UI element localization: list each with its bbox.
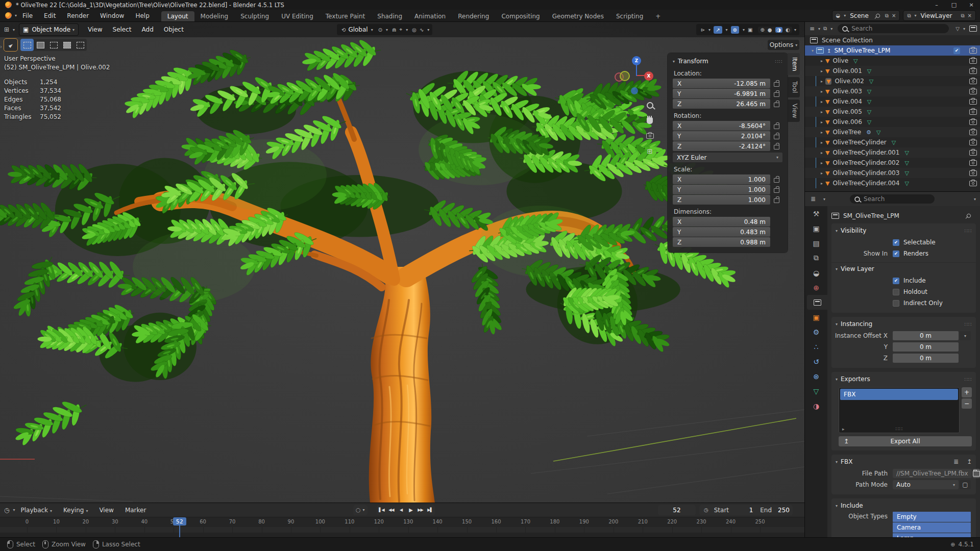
disclosure-triangle-icon[interactable]: ▸: [818, 161, 825, 165]
outliner-row-olivetreecylinder-002[interactable]: ▸▼OliveTreeCylinder.002▽: [805, 158, 980, 168]
outliner-row-selected-collection[interactable]: ▾↥SM_OliveTree_LPM✔: [805, 45, 980, 56]
close-button[interactable]: ×: [963, 0, 980, 10]
editor-type-icon[interactable]: ≣: [811, 195, 816, 203]
auto-keying-toggle[interactable]: ○ ▾: [353, 505, 368, 515]
show-gizmo-icon[interactable]: ↗: [714, 26, 722, 34]
disclosure-triangle-icon[interactable]: ▸: [818, 151, 825, 155]
transform-field[interactable]: Y0.483 m: [673, 227, 770, 237]
camera-render-icon[interactable]: [969, 170, 977, 176]
panel-header-include[interactable]: ▾Include: [831, 499, 976, 512]
checkbox-selectable[interactable]: ✔: [893, 239, 899, 246]
add-exporter-button[interactable]: +: [962, 387, 972, 397]
object-type-lamp[interactable]: Lamp: [893, 533, 971, 537]
new-scene-icon[interactable]: ⧉: [885, 13, 889, 19]
transform-field[interactable]: Z-2.4124°: [673, 141, 770, 151]
zoom-view-button[interactable]: [644, 99, 655, 111]
disclosure-triangle-icon[interactable]: ▸: [818, 171, 825, 176]
checkbox-include[interactable]: ✔: [893, 278, 899, 284]
object-type-empty[interactable]: Empty: [893, 512, 971, 522]
disclosure-triangle-icon[interactable]: ▸: [818, 79, 825, 84]
disclosure-triangle-icon[interactable]: ▸: [818, 110, 825, 114]
timeline-menu-marker[interactable]: Marker: [119, 507, 152, 514]
camera-render-icon[interactable]: [969, 140, 977, 145]
viewport-menu-select[interactable]: Select: [108, 26, 137, 33]
gizmo-z-handle[interactable]: Z: [632, 56, 641, 65]
properties-tab-scene-icon[interactable]: ◒: [805, 265, 827, 280]
workspace-tab-texture-paint[interactable]: Texture Paint: [320, 11, 371, 22]
workspace-tab-shading[interactable]: Shading: [371, 11, 408, 22]
select-difference-button[interactable]: [60, 39, 74, 51]
outliner-search[interactable]: Search: [838, 24, 949, 33]
transform-field[interactable]: X-8.5604°: [673, 121, 770, 131]
object-types-list[interactable]: EmptyCameraLampArmature: [893, 512, 971, 537]
camera-render-icon[interactable]: [969, 119, 977, 125]
camera-render-icon[interactable]: [969, 130, 977, 135]
properties-tab-view-layer-icon[interactable]: ⧉: [805, 251, 827, 265]
unlock-icon[interactable]: [774, 178, 779, 183]
editor-type-icon[interactable]: ≡: [810, 25, 815, 32]
exporter-settings-icon[interactable]: ≣: [953, 458, 959, 465]
properties-tab-material-icon[interactable]: ◑: [805, 398, 827, 413]
file-path-field[interactable]: //SM_OliveTree_LPM.fbx: [893, 469, 972, 478]
workspace-tab-geometry-nodes[interactable]: Geometry Nodes: [546, 11, 610, 22]
workspace-tab-scripting[interactable]: Scripting: [610, 11, 649, 22]
disclosure-triangle-icon[interactable]: ▸: [818, 181, 825, 186]
playback-jump-to-start-icon[interactable]: ▌◀: [377, 506, 386, 515]
camera-render-icon[interactable]: [969, 89, 977, 94]
options-button[interactable]: Options▾: [768, 40, 799, 50]
camera-render-icon[interactable]: [969, 150, 977, 156]
exporter-item-fbx[interactable]: FBX: [840, 389, 958, 400]
unlock-icon[interactable]: [774, 92, 779, 97]
show-overlays-icon[interactable]: ⊚: [731, 26, 739, 34]
camera-render-icon[interactable]: [969, 109, 977, 115]
camera-render-icon[interactable]: [969, 99, 977, 105]
properties-tab-object-data-icon[interactable]: ▽: [805, 384, 827, 398]
dropdown-button[interactable]: ▾: [960, 331, 971, 340]
tweak-tool-button[interactable]: ►: [4, 39, 17, 51]
disclosure-triangle-icon[interactable]: ▸: [818, 140, 825, 145]
unlock-icon[interactable]: [774, 124, 779, 129]
snap-magnet-icon[interactable]: ⋒: [392, 27, 396, 33]
disclosure-triangle-icon[interactable]: ▸: [818, 99, 825, 104]
remove-exporter-button[interactable]: −: [962, 398, 972, 409]
checkbox-renders[interactable]: ✔: [893, 251, 899, 257]
snap-target-icon[interactable]: ⌖: [399, 27, 402, 33]
disclosure-triangle-icon[interactable]: ▸: [818, 120, 825, 124]
current-frame-field[interactable]: 52: [658, 505, 696, 515]
properties-tab-object-icon[interactable]: ▣: [805, 310, 827, 324]
copy-path-button[interactable]: ▢: [960, 480, 971, 489]
new-collection-button[interactable]: [969, 26, 977, 32]
open-file-button[interactable]: [973, 469, 980, 478]
menu-edit[interactable]: Edit: [38, 12, 61, 19]
panel-drag-handle[interactable]: ∷∷: [964, 228, 972, 234]
proportional-edit-icon[interactable]: ◎: [412, 27, 416, 33]
select-extend-button[interactable]: [34, 39, 47, 51]
pin-icon[interactable]: [875, 13, 880, 18]
checkbox-indirect-only[interactable]: [893, 300, 899, 307]
menu-render[interactable]: Render: [61, 12, 94, 19]
timeline-track[interactable]: [0, 527, 804, 533]
disclosure-triangle-icon[interactable]: ▸: [818, 69, 825, 73]
outliner-row-olive-004[interactable]: ▸▼Olive.004▽: [805, 96, 980, 107]
unlock-icon[interactable]: [774, 145, 779, 149]
pin-icon[interactable]: [966, 213, 971, 218]
pan-view-button[interactable]: [644, 115, 655, 126]
disclosure-triangle-icon[interactable]: ▾: [809, 48, 816, 53]
workspace-tab-rendering[interactable]: Rendering: [452, 11, 495, 22]
outliner-row-olive[interactable]: ▸▼Olive▽: [805, 56, 980, 66]
outliner-row-olive-003[interactable]: ▸▼Olive.003▽: [805, 86, 980, 96]
camera-render-icon[interactable]: [969, 68, 977, 74]
transform-field[interactable]: X-12.085 m: [673, 79, 770, 88]
panel-header-visibility[interactable]: ▾Visibility∷∷: [831, 224, 976, 237]
chevron-down-icon[interactable]: ▾: [974, 197, 976, 202]
display-mode-icon[interactable]: ⧉: [823, 26, 827, 32]
unlock-icon[interactable]: [774, 82, 779, 87]
editor-type-icon[interactable]: ⊞: [4, 26, 9, 33]
menu-help[interactable]: Help: [130, 12, 155, 19]
scene-selector[interactable]: ◒ ▾ Scene ⧉ ×: [832, 10, 900, 21]
orientation-selector[interactable]: Global: [348, 26, 368, 33]
export-single-icon[interactable]: ↥: [967, 458, 972, 465]
toggle-ortho-button[interactable]: ⊞: [644, 145, 655, 157]
minimize-button[interactable]: –: [928, 0, 945, 10]
workspace-tab-compositing[interactable]: Compositing: [495, 11, 546, 22]
